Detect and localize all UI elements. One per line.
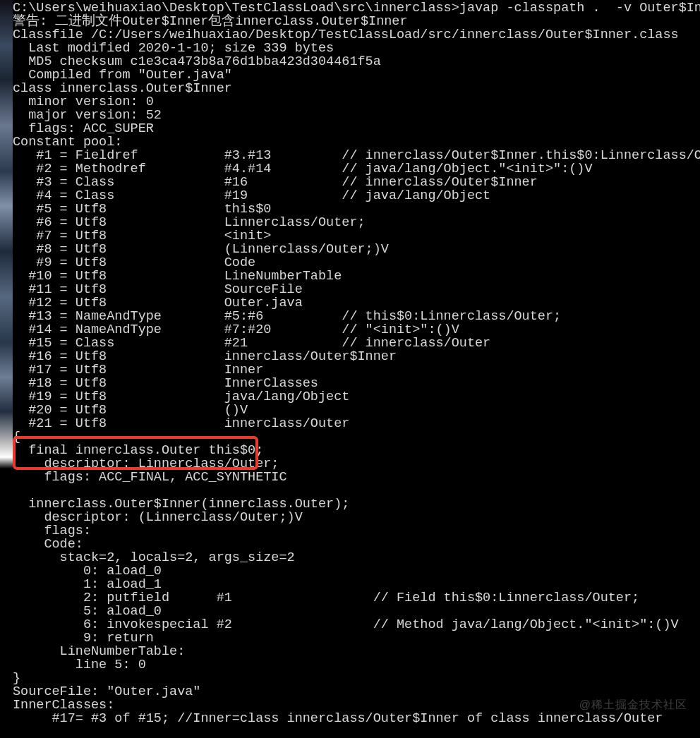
output-line: 1: aload_1 xyxy=(13,577,162,592)
output-line: #4 = Class #19 // java/lang/Object xyxy=(13,188,490,203)
output-line: #14 = NameAndType #7:#20 // "<init>":()V xyxy=(13,322,459,337)
output-line: #11 = Utf8 SourceFile xyxy=(13,282,303,297)
output-line: 2: putfield #1 // Field this$0:Linnercla… xyxy=(13,591,639,605)
output-line: Classfile /C:/Users/weihuaxiao/Desktop/T… xyxy=(13,28,679,42)
output-line: SourceFile: "Outer.java" xyxy=(13,684,200,699)
output-line: #9 = Utf8 Code xyxy=(13,255,255,270)
output-line: LineNumberTable: xyxy=(13,644,185,659)
desktop-edge-strip xyxy=(0,0,13,571)
output-line: Constant pool: xyxy=(13,135,122,150)
output-line: #13 = NameAndType #5:#6 // this$0:Linner… xyxy=(13,309,561,324)
output-line: #2 = Methodref #4.#14 // java/lang/Objec… xyxy=(13,162,593,176)
output-line: Code: xyxy=(13,537,83,552)
output-line: flags: xyxy=(13,524,91,538)
output-line: descriptor: (Linnerclass/Outer;)V xyxy=(13,510,303,525)
output-line: 9: return xyxy=(13,631,154,646)
output-line: innerclass.Outer$Inner(innerclass.Outer)… xyxy=(13,497,349,512)
terminal-output: C:\Users\weihuaxiao\Desktop\TestClassLoa… xyxy=(13,1,700,725)
output-line: 0: aload_0 xyxy=(13,564,162,579)
output-line: minor version: 0 xyxy=(13,95,154,109)
output-line: #6 = Utf8 Linnerclass/Outer; xyxy=(13,215,366,230)
command-text[interactable]: javap -classpath . -v Outer$Inner xyxy=(459,1,700,16)
output-line: #1 = Fieldref #3.#13 // innerclass/Outer… xyxy=(13,148,700,163)
output-line: flags: ACC_FINAL, ACC_SYNTHETIC xyxy=(13,470,287,485)
output-line: MD5 checksum c1e3ca473b8a76d1bba423d3044… xyxy=(13,54,381,69)
output-line: #7 = Utf8 <init> xyxy=(13,229,271,243)
output-line: #17 = Utf8 Inner xyxy=(13,363,263,377)
output-line: Compiled from "Outer.java" xyxy=(13,68,232,83)
output-line: #8 = Utf8 (Linnerclass/Outer;)V xyxy=(13,242,389,257)
output-line: #18 = Utf8 InnerClasses xyxy=(13,376,318,391)
output-line: #5 = Utf8 this$0 xyxy=(13,202,271,217)
output-line: #12 = Utf8 Outer.java xyxy=(13,296,303,310)
output-line: major version: 52 xyxy=(13,108,162,123)
output-line: Last modified 2020-1-10; size 339 bytes xyxy=(13,41,334,56)
output-line: #15 = Class #21 // innerclass/Outer xyxy=(13,336,490,351)
output-line: { xyxy=(13,430,20,444)
output-line: flags: ACC_SUPER xyxy=(13,121,154,136)
output-line: line 5: 0 xyxy=(13,658,146,672)
output-line: #10 = Utf8 LineNumberTable xyxy=(13,269,342,284)
output-line: descriptor: Linnerclass/Outer; xyxy=(13,456,279,471)
output-line: class innerclass.Outer$Inner xyxy=(13,81,232,96)
output-line: #3 = Class #16 // innerclass/Outer$Inner xyxy=(13,175,538,190)
output-line: InnerClasses: xyxy=(13,698,114,713)
output-line: stack=2, locals=2, args_size=2 xyxy=(13,550,295,565)
output-line: #21 = Utf8 innerclass/Outer xyxy=(13,416,349,431)
output-line: #17= #3 of #15; //Inner=class innerclass… xyxy=(13,711,663,726)
output-line: 5: aload_0 xyxy=(13,604,162,619)
prompt-text: C:\Users\weihuaxiao\Desktop\TestClassLoa… xyxy=(13,1,459,16)
output-line: 6: invokespecial #2 // Method java/lang/… xyxy=(13,617,679,632)
output-line: final innerclass.Outer this$0; xyxy=(13,443,263,458)
output-line: 警告: 二进制文件Outer$Inner包含innerclass.Outer$I… xyxy=(13,14,408,29)
output-line: #16 = Utf8 innerclass/Outer$Inner xyxy=(13,349,397,364)
output-line: #20 = Utf8 ()V xyxy=(13,403,248,418)
output-line: } xyxy=(13,671,20,686)
output-line: #19 = Utf8 java/lang/Object xyxy=(13,389,349,404)
